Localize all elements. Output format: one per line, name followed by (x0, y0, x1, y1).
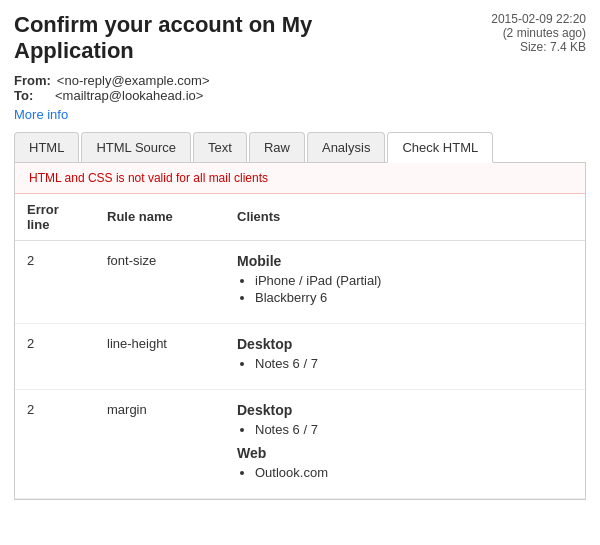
client-group: MobileiPhone / iPad (Partial)Blackberry … (237, 253, 573, 305)
tab-raw[interactable]: Raw (249, 132, 305, 162)
client-item: Blackberry 6 (255, 290, 573, 305)
error-line-cell: 2 (15, 323, 95, 389)
client-item: iPhone / iPad (Partial) (255, 273, 573, 288)
header-section: Confirm your account on My Application 2… (14, 12, 586, 65)
to-value: <mailtrap@lookahead.io> (55, 88, 203, 103)
error-line-cell: 2 (15, 389, 95, 498)
from-to-section: From: <no-reply@example.com> To: <mailtr… (14, 73, 586, 103)
client-list: Notes 6 / 7 (237, 422, 573, 437)
date-text: 2015-02-09 22:20 (491, 12, 586, 26)
tabs-bar: HTMLHTML SourceTextRawAnalysisCheck HTML (14, 132, 586, 163)
header-row: Error lineRule nameClients (15, 194, 585, 241)
rule-name-cell: margin (95, 389, 225, 498)
to-row: To: <mailtrap@lookahead.io> (14, 88, 586, 103)
col-header-0: Error line (15, 194, 95, 241)
col-header-2: Clients (225, 194, 585, 241)
table-row: 2marginDesktopNotes 6 / 7WebOutlook.com (15, 389, 585, 498)
client-list: iPhone / iPad (Partial)Blackberry 6 (237, 273, 573, 305)
meta-info: 2015-02-09 22:20 (2 minutes ago) Size: 7… (491, 12, 586, 54)
tab-analysis[interactable]: Analysis (307, 132, 385, 162)
client-category: Desktop (237, 336, 573, 352)
client-category: Desktop (237, 402, 573, 418)
client-group: WebOutlook.com (237, 445, 573, 480)
tab-text[interactable]: Text (193, 132, 247, 162)
client-group: DesktopNotes 6 / 7 (237, 402, 573, 437)
from-label: From: (14, 73, 51, 88)
email-title: Confirm your account on My Application (14, 12, 354, 65)
to-label: To: (14, 88, 49, 103)
client-category: Mobile (237, 253, 573, 269)
content-area: HTML and CSS is not valid for all mail c… (14, 163, 586, 500)
clients-cell: DesktopNotes 6 / 7WebOutlook.com (225, 389, 585, 498)
warning-bar: HTML and CSS is not valid for all mail c… (15, 163, 585, 194)
col-header-1: Rule name (95, 194, 225, 241)
tab-html-source[interactable]: HTML Source (81, 132, 191, 162)
from-row: From: <no-reply@example.com> (14, 73, 586, 88)
client-item: Notes 6 / 7 (255, 356, 573, 371)
tab-check-html[interactable]: Check HTML (387, 132, 493, 163)
client-group: DesktopNotes 6 / 7 (237, 336, 573, 371)
rule-name-cell: line-height (95, 323, 225, 389)
ago-text: (2 minutes ago) (491, 26, 586, 40)
rule-name-cell: font-size (95, 240, 225, 323)
from-value: <no-reply@example.com> (57, 73, 210, 88)
client-list: Outlook.com (237, 465, 573, 480)
client-list: Notes 6 / 7 (237, 356, 573, 371)
table-body: 2font-sizeMobileiPhone / iPad (Partial)B… (15, 240, 585, 498)
client-item: Notes 6 / 7 (255, 422, 573, 437)
size-text: Size: 7.4 KB (491, 40, 586, 54)
check-table: Error lineRule nameClients 2font-sizeMob… (15, 194, 585, 499)
table-header: Error lineRule nameClients (15, 194, 585, 241)
table-row: 2line-heightDesktopNotes 6 / 7 (15, 323, 585, 389)
more-info-link[interactable]: More info (14, 107, 68, 122)
clients-cell: MobileiPhone / iPad (Partial)Blackberry … (225, 240, 585, 323)
clients-cell: DesktopNotes 6 / 7 (225, 323, 585, 389)
tab-html[interactable]: HTML (14, 132, 79, 162)
client-category: Web (237, 445, 573, 461)
table-row: 2font-sizeMobileiPhone / iPad (Partial)B… (15, 240, 585, 323)
error-line-cell: 2 (15, 240, 95, 323)
client-item: Outlook.com (255, 465, 573, 480)
